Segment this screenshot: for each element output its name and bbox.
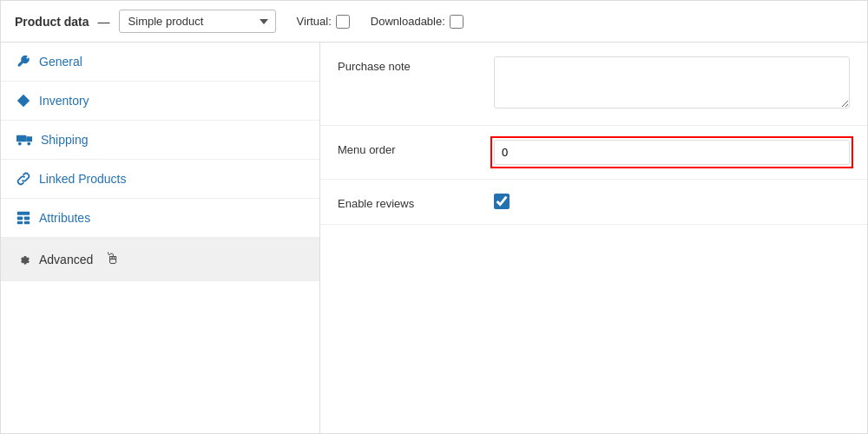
menu-order-input[interactable]	[494, 140, 850, 165]
dash: —	[98, 15, 110, 29]
sidebar-advanced-label: Advanced	[39, 253, 93, 266]
svg-rect-7	[24, 216, 30, 220]
right-panel: Purchase note Menu order Enable reviews	[320, 43, 867, 433]
downloadable-checkbox[interactable]	[450, 15, 464, 29]
product-type-select[interactable]: Simple product Variable product Grouped …	[119, 10, 276, 33]
table-icon	[16, 211, 30, 225]
virtual-checkbox[interactable]	[336, 15, 350, 29]
main-content: General Inventory	[1, 43, 867, 433]
svg-point-3	[18, 142, 22, 146]
downloadable-text: Downloadable:	[371, 15, 445, 28]
sidebar-item-shipping[interactable]: Shipping	[1, 121, 319, 160]
svg-marker-0	[17, 95, 30, 107]
svg-point-4	[27, 142, 30, 146]
downloadable-label[interactable]: Downloadable:	[371, 15, 464, 29]
sidebar-shipping-label: Shipping	[41, 133, 89, 147]
product-data-panel: Product data — Simple product Variable p…	[0, 0, 868, 434]
wrench-icon	[16, 55, 30, 69]
sidebar-inventory-label: Inventory	[39, 94, 89, 108]
product-data-label: Product data	[15, 15, 89, 29]
diamond-icon	[16, 94, 30, 108]
enable-reviews-label: Enable reviews	[338, 194, 477, 210]
svg-rect-6	[17, 216, 23, 220]
sidebar-general-label: General	[39, 55, 82, 69]
svg-marker-2	[26, 136, 32, 141]
menu-order-label: Menu order	[338, 140, 477, 156]
purchase-note-row: Purchase note	[320, 43, 867, 126]
purchase-note-label: Purchase note	[338, 56, 477, 73]
sidebar-item-attributes[interactable]: Attributes	[1, 199, 319, 238]
svg-rect-9	[24, 221, 30, 224]
sidebar-linked-products-label: Linked Products	[39, 172, 126, 186]
menu-order-highlight	[494, 140, 850, 165]
menu-order-input-wrapper	[494, 140, 850, 165]
svg-rect-5	[17, 212, 30, 215]
truck-icon	[16, 134, 32, 146]
sidebar-item-linked-products[interactable]: Linked Products	[1, 160, 319, 199]
link-icon	[16, 172, 30, 186]
sidebar-item-advanced[interactable]: Advanced 🖱	[1, 238, 319, 281]
virtual-text: Virtual:	[297, 15, 332, 28]
svg-rect-8	[17, 221, 23, 224]
enable-reviews-input-wrapper	[494, 194, 850, 209]
gear-icon	[16, 253, 30, 266]
sidebar-item-general[interactable]: General	[1, 43, 319, 82]
purchase-note-input-wrapper	[494, 56, 850, 111]
purchase-note-textarea[interactable]	[494, 56, 850, 108]
header-bar: Product data — Simple product Variable p…	[1, 1, 867, 43]
sidebar-item-inventory[interactable]: Inventory	[1, 82, 319, 121]
enable-reviews-row: Enable reviews	[320, 180, 867, 225]
menu-order-row: Menu order	[320, 126, 867, 180]
sidebar-attributes-label: Attributes	[39, 211, 90, 225]
virtual-label[interactable]: Virtual:	[297, 15, 350, 29]
svg-rect-1	[16, 135, 26, 142]
cursor-icon: 🖱	[105, 250, 121, 268]
sidebar: General Inventory	[1, 43, 320, 433]
enable-reviews-checkbox[interactable]	[494, 194, 510, 209]
